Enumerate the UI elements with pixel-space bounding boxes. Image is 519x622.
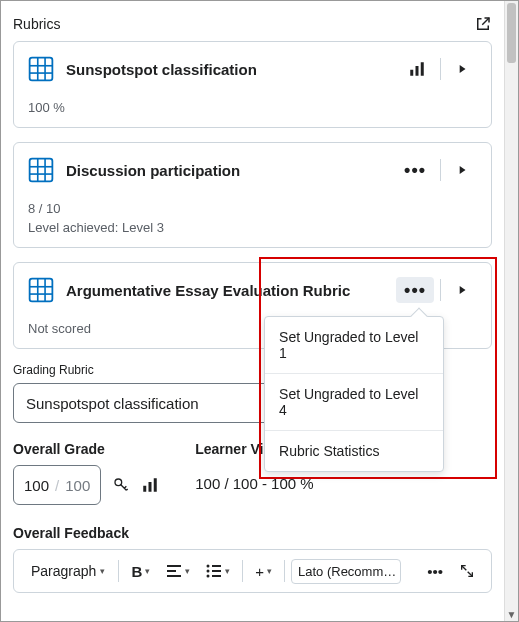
fullscreen-icon[interactable] [453, 559, 481, 583]
rubric-score: Not scored [28, 321, 91, 336]
rubric-grid-icon [28, 157, 54, 183]
overall-grade-input[interactable]: 100 / 100 [13, 465, 101, 505]
svg-rect-8 [30, 159, 53, 182]
insert-button[interactable]: + ▾ [249, 559, 278, 584]
bold-button[interactable]: B ▾ [125, 559, 156, 584]
svg-rect-5 [410, 70, 413, 76]
font-select[interactable]: Lato (Recomm… ▾ [291, 559, 401, 584]
divider [118, 560, 119, 582]
format-select[interactable]: Paragraph ▾ [24, 558, 112, 584]
chevron-down-icon: ▾ [185, 566, 190, 576]
svg-point-27 [207, 575, 210, 578]
overall-grade-label: Overall Grade [13, 441, 159, 457]
rubric-score: 100 % [28, 100, 65, 115]
divider [440, 159, 441, 181]
svg-point-25 [207, 565, 210, 568]
scrollbar-thumb[interactable] [507, 3, 516, 63]
svg-rect-19 [143, 486, 146, 492]
align-icon [166, 564, 182, 578]
expand-icon[interactable] [447, 159, 477, 181]
chevron-down-icon: ▾ [225, 566, 230, 576]
expand-icon[interactable] [447, 279, 477, 301]
expand-icon[interactable] [447, 58, 477, 80]
rubric-level: Level achieved: Level 3 [28, 220, 477, 235]
more-actions-icon[interactable]: ••• [396, 277, 434, 303]
rubric-actions-menu: Set Ungraded to Level 1 Set Ungraded to … [264, 316, 444, 472]
rubric-card: Discussion participation ••• 8 / 10 Leve… [13, 142, 492, 248]
divider [440, 58, 441, 80]
overall-grade-value: 100 [24, 477, 49, 494]
svg-rect-6 [416, 66, 419, 76]
svg-rect-21 [154, 478, 157, 492]
overall-grade-denominator: 100 [65, 477, 90, 494]
rubric-title: Discussion participation [66, 162, 396, 179]
rubric-title: Argumentative Essay Evaluation Rubric [66, 282, 396, 299]
scroll-down-arrow[interactable]: ▼ [505, 607, 518, 621]
rubric-grid-icon [28, 277, 54, 303]
divider [284, 560, 285, 582]
feedback-editor[interactable]: Paragraph ▾ B ▾ ▾ [13, 549, 492, 593]
more-toolbar-button[interactable]: ••• [421, 559, 449, 584]
popout-icon[interactable] [474, 15, 492, 33]
grading-rubric-selected: Sunspotspot classification [26, 395, 199, 412]
rubric-title: Sunspotspot classification [66, 61, 400, 78]
rubric-grid-icon [28, 56, 54, 82]
menu-item-rubric-statistics[interactable]: Rubric Statistics [265, 430, 443, 471]
list-button[interactable]: ▾ [200, 560, 236, 582]
chart-icon[interactable] [400, 56, 434, 82]
chevron-down-icon: ▾ [145, 566, 150, 576]
chart-icon[interactable] [141, 476, 159, 494]
chevron-down-icon: ▾ [100, 566, 105, 576]
svg-rect-7 [421, 62, 424, 76]
scrollbar[interactable]: ▼ [504, 1, 518, 621]
svg-rect-20 [149, 482, 152, 492]
menu-item-set-ungraded-level-4[interactable]: Set Ungraded to Level 4 [265, 373, 443, 430]
chevron-down-icon: ▾ [267, 566, 272, 576]
key-icon[interactable] [113, 477, 129, 493]
svg-rect-0 [30, 58, 53, 81]
list-icon [206, 564, 222, 578]
rubric-score: 8 / 10 [28, 201, 61, 216]
menu-item-set-ungraded-level-1[interactable]: Set Ungraded to Level 1 [265, 317, 443, 373]
divider [242, 560, 243, 582]
chevron-down-icon: ▾ [400, 564, 401, 579]
align-button[interactable]: ▾ [160, 560, 196, 582]
more-actions-icon[interactable]: ••• [396, 157, 434, 183]
divider [440, 279, 441, 301]
overall-feedback-label: Overall Feedback [13, 525, 492, 541]
svg-point-26 [207, 570, 210, 573]
rubric-card: Sunspotspot classification 100 % [13, 41, 492, 128]
svg-rect-13 [30, 279, 53, 302]
rubrics-section-title: Rubrics [13, 16, 60, 32]
